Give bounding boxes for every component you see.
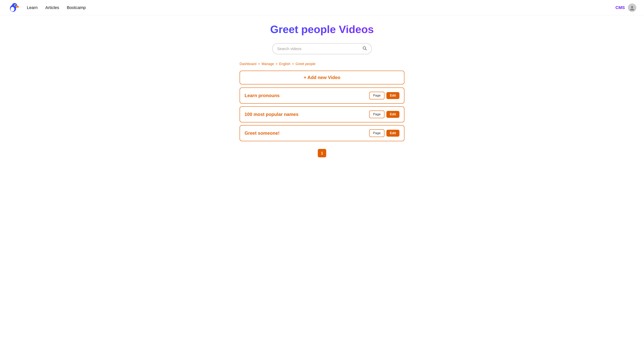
add-video-button[interactable]: + Add new Video xyxy=(240,71,404,84)
svg-point-4 xyxy=(16,5,16,5)
edit-button-0[interactable]: Edit xyxy=(386,92,400,99)
search-icon xyxy=(362,46,367,52)
video-item-1: 100 most popular names Page Edit xyxy=(240,106,404,122)
cms-link[interactable]: CMS xyxy=(616,5,625,10)
breadcrumb: Dashboard > Manage > English > Greet peo… xyxy=(240,62,404,66)
breadcrumb-sep-2: > xyxy=(276,62,278,66)
svg-point-5 xyxy=(10,7,14,12)
breadcrumb-english[interactable]: English xyxy=(279,62,290,66)
svg-point-7 xyxy=(630,9,634,10)
nav-articles[interactable]: Articles xyxy=(45,5,59,10)
svg-point-6 xyxy=(631,6,633,8)
breadcrumb-dashboard[interactable]: Dashboard xyxy=(240,62,256,66)
nav-bootcamp[interactable]: Bootcamp xyxy=(67,5,86,10)
breadcrumb-sep-3: > xyxy=(292,62,294,66)
main-content: Greet people Videos Dashboard > Manage >… xyxy=(236,15,408,165)
svg-point-3 xyxy=(15,5,16,6)
edit-button-1[interactable]: Edit xyxy=(386,111,400,118)
video-item-2: Greet someone! Page Edit xyxy=(240,125,404,141)
breadcrumb-sep-1: > xyxy=(258,62,260,66)
svg-line-9 xyxy=(366,49,367,50)
logo[interactable] xyxy=(8,2,19,14)
video-item-0: Learn pronouns Page Edit xyxy=(240,88,404,104)
main-nav: Learn Articles Bootcamp xyxy=(27,5,86,10)
search-input[interactable] xyxy=(277,47,362,51)
edit-button-2[interactable]: Edit xyxy=(386,130,400,137)
site-header: Learn Articles Bootcamp CMS xyxy=(0,0,644,15)
page-button-0[interactable]: Page xyxy=(369,92,384,99)
header-right: CMS xyxy=(616,4,636,12)
nav-learn[interactable]: Learn xyxy=(27,5,38,10)
video-title-2: Greet someone! xyxy=(244,130,280,136)
page-button-1[interactable]: Page xyxy=(369,110,384,118)
video-actions-1: Page Edit xyxy=(369,110,400,118)
page-title: Greet people Videos xyxy=(240,23,404,36)
video-title-0: Learn pronouns xyxy=(244,93,280,98)
page-number-1[interactable]: 1 xyxy=(318,149,326,157)
breadcrumb-manage[interactable]: Manage xyxy=(262,62,274,66)
breadcrumb-greet-people[interactable]: Greet people xyxy=(296,62,316,66)
search-box xyxy=(272,43,372,54)
video-actions-0: Page Edit xyxy=(369,92,400,99)
video-actions-2: Page Edit xyxy=(369,129,400,137)
video-title-1: 100 most popular names xyxy=(244,112,298,117)
pagination: 1 xyxy=(240,149,404,157)
search-container xyxy=(240,43,404,54)
page-button-2[interactable]: Page xyxy=(369,129,384,137)
avatar[interactable] xyxy=(628,4,636,12)
